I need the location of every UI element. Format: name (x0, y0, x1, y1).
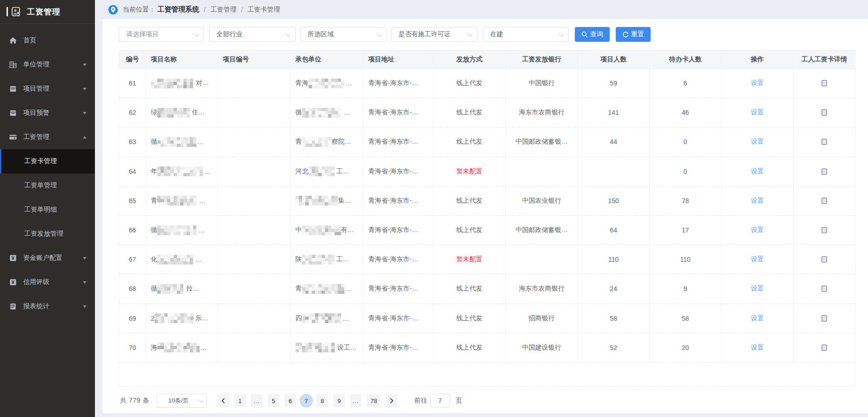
settings-link[interactable]: 设置 (751, 167, 764, 176)
sidebar-item-首页[interactable]: 首页 (0, 28, 95, 53)
sidebar-item-资金账户配置[interactable]: 资金账户配置 (0, 246, 95, 270)
reset-button[interactable]: 重置 (616, 27, 651, 42)
card-detail-icon[interactable] (821, 168, 827, 175)
goto-page-input[interactable] (430, 394, 450, 407)
next-page-button[interactable] (386, 394, 397, 407)
settings-link[interactable]: 设置 (751, 226, 764, 234)
cell-people-count: 44 (578, 127, 650, 156)
chevron-down-icon (194, 31, 198, 35)
project-warning-icon (9, 109, 17, 117)
filter-bar: 请选择项目全部行业所选区域是否有施工许可证在建查询重置 (119, 27, 651, 42)
table-row-63: 63循…青察院…青海省-海东市-…线上代发中国邮政储蓄银…440设置 (119, 127, 855, 157)
app-logo: 工资管理 (0, 0, 95, 24)
cell-people-count: 52 (578, 333, 650, 362)
settings-link[interactable]: 设置 (751, 344, 764, 352)
cell-contractor: 青… (291, 274, 364, 303)
sidebar-item-工资管理[interactable]: 工资管理 (0, 125, 95, 149)
settings-link[interactable]: 设置 (751, 197, 764, 205)
page-button-8[interactable]: 8 (316, 394, 328, 407)
card-detail-icon[interactable] (821, 109, 827, 116)
breadcrumb-item-1[interactable]: 工资管理 (210, 6, 236, 14)
cell-project-name: 对… (146, 69, 218, 98)
caret-down-icon (83, 281, 87, 284)
sidebar-item-项目管理[interactable]: 项目管理 (0, 77, 95, 101)
cell-address: 青海省-海东市-… (363, 333, 433, 362)
caret-up-icon (83, 136, 87, 139)
cell-people-count: 141 (578, 98, 650, 127)
cell-id: 65 (119, 186, 146, 215)
prev-page-button[interactable] (217, 394, 229, 407)
cell-project-name: 循… (146, 127, 218, 156)
column-header-发放方式: 发放方式 (433, 51, 506, 68)
breadcrumb-root[interactable]: 工资管理系统 (157, 5, 199, 14)
filter-select-5[interactable]: 在建 (483, 27, 569, 42)
settings-link[interactable]: 设置 (751, 108, 764, 117)
page-size-select[interactable]: 10条/页 (157, 394, 207, 408)
pagination: 共 779 条 10条/页 1...56789...78 前往 页 (102, 393, 868, 408)
card-detail-icon[interactable] (821, 256, 827, 263)
page-button-1[interactable]: 1 (234, 394, 246, 407)
cell-project-name: 2乐… (146, 304, 218, 333)
page-ellipsis[interactable]: ... (350, 394, 362, 407)
cell-bank: 中国建设银行 (506, 333, 578, 362)
cell-project-code (218, 69, 291, 98)
sidebar-subitem-工资卡管理[interactable]: 工资卡管理 (0, 149, 95, 173)
page-button-9[interactable]: 9 (333, 394, 345, 407)
cell-card-detail (794, 274, 855, 303)
card-detail-icon[interactable] (821, 315, 827, 322)
settings-link[interactable]: 设置 (751, 79, 764, 87)
page-ellipsis[interactable]: ... (251, 394, 262, 407)
breadcrumb: 当前位置： 工资管理系统 / 工资管理 / 工资卡管理 (95, 0, 868, 19)
page-button-78[interactable]: 78 (367, 394, 381, 407)
filter-select-4[interactable]: 是否有施工许可证 (391, 27, 478, 42)
cell-pending-count: 0 (650, 157, 722, 186)
filter-select-3[interactable]: 所选区域 (300, 27, 387, 42)
sidebar-item-单位管理[interactable]: 单位管理 (0, 53, 95, 77)
sidebar-subitem-工资发放管理[interactable]: 工资发放管理 (0, 222, 95, 246)
sidebar-subitem-工资单明细[interactable]: 工资单明细 (0, 198, 95, 222)
breadcrumb-separator: / (204, 6, 206, 13)
filter-select-2[interactable]: 全部行业 (209, 27, 296, 42)
sidebar-item-信用评级[interactable]: 信用评级 (0, 270, 95, 294)
card-detail-icon[interactable] (821, 80, 827, 86)
cell-pending-count: 78 (650, 186, 722, 215)
card-detail-icon[interactable] (821, 227, 827, 233)
cell-pending-count: 58 (650, 304, 722, 333)
cell-id: 62 (119, 98, 146, 127)
cell-pay-method: 暂未配置 (433, 245, 506, 274)
cell-contractor: 四… (291, 304, 364, 333)
card-detail-icon[interactable] (821, 344, 827, 351)
page-button-5[interactable]: 5 (268, 394, 279, 407)
cell-project-name: 年… (146, 157, 218, 186)
cell-contractor: 青察院… (291, 127, 364, 156)
column-header-工人工资卡详情: 工人工资卡详情 (794, 51, 855, 68)
page-button-6[interactable]: 6 (284, 394, 296, 407)
table-row-70: 70海…设工…青海省-海东市-…线上代发中国建设银行5220设置 (119, 333, 855, 363)
cell-id: 70 (119, 333, 146, 362)
cell-action: 设置 (721, 304, 794, 333)
settings-link[interactable]: 设置 (751, 255, 764, 264)
cell-people-count: 150 (578, 186, 650, 215)
sidebar-subitem-工资单管理[interactable]: 工资单管理 (0, 173, 95, 198)
sidebar-item-报表统计[interactable]: 报表统计 (0, 294, 95, 318)
page-button-7[interactable]: 7 (300, 394, 313, 407)
settings-link[interactable]: 设置 (751, 138, 764, 146)
card-detail-icon[interactable] (821, 139, 827, 145)
settings-link[interactable]: 设置 (751, 314, 764, 323)
cell-project-code (218, 333, 291, 362)
search-button[interactable]: 查询 (575, 27, 610, 42)
chevron-right-icon (390, 398, 394, 404)
cell-people-count: 59 (578, 69, 650, 98)
card-detail-icon[interactable] (821, 285, 827, 292)
column-header-项目地址: 项目地址 (363, 51, 433, 68)
card-detail-icon[interactable] (821, 198, 827, 204)
cell-project-name: 海… (146, 333, 218, 362)
filter-select-1[interactable]: 请选择项目 (119, 27, 204, 42)
settings-link[interactable]: 设置 (751, 285, 764, 293)
breadcrumb-item-2[interactable]: 工资卡管理 (248, 6, 280, 14)
column-header-项目编号: 项目编号 (218, 51, 291, 68)
sidebar-item-项目预警[interactable]: 项目预警 (0, 101, 95, 125)
cell-bank: 招商银行 (506, 304, 578, 333)
cell-pending-count: 110 (650, 245, 722, 274)
chevron-down-icon (286, 31, 290, 35)
